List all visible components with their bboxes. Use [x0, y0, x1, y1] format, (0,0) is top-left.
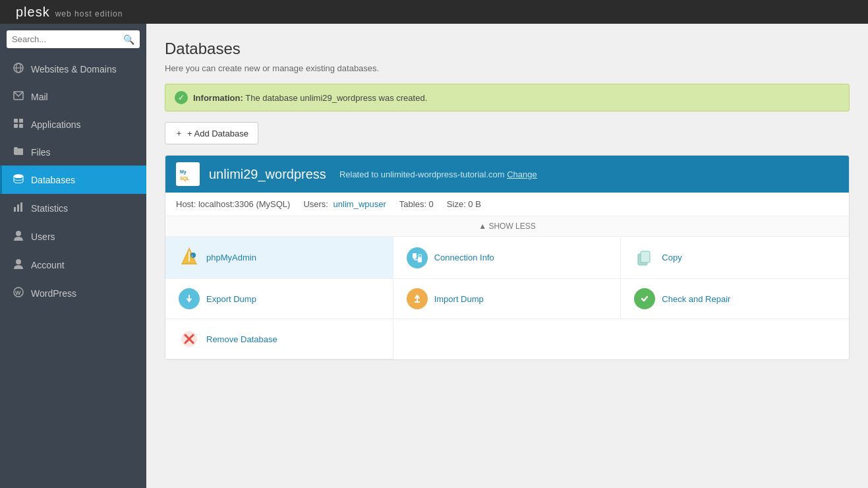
layout: 🔍 Websites & Domains Mail Applications	[0, 24, 868, 488]
database-related: Related to unlimited-wordpress-tutorial.…	[339, 169, 537, 179]
sidebar-item-statistics[interactable]: Statistics	[0, 194, 146, 222]
svg-text:W: W	[15, 290, 21, 296]
database-icon	[13, 173, 24, 186]
database-name: unlimi29_wordpress	[209, 167, 326, 182]
info-text: The database unlimi29_wordpress was crea…	[245, 93, 427, 103]
sidebar-item-files[interactable]: Files	[0, 138, 146, 166]
add-database-label: + Add Database	[187, 129, 248, 138]
svg-rect-4	[14, 119, 18, 123]
connection-info-icon: i	[407, 247, 428, 268]
info-banner: ✓ Information: The database unlimi29_wor…	[165, 84, 850, 111]
search-wrap: 🔍	[7, 30, 140, 48]
logo: pleskweb host edition	[11, 5, 123, 20]
action-remove-database[interactable]: Remove Database	[165, 319, 393, 359]
svg-point-12	[16, 231, 21, 236]
svg-rect-5	[19, 119, 23, 123]
sidebar-item-wordpress[interactable]: W WordPress	[0, 279, 146, 307]
svg-rect-6	[14, 124, 18, 128]
svg-rect-9	[14, 207, 16, 212]
check-repair-icon	[634, 288, 655, 309]
sidebar-item-label: Mail	[31, 92, 48, 102]
svg-rect-7	[19, 124, 23, 128]
change-link[interactable]: Change	[507, 169, 537, 179]
phpmyadmin-icon: i	[179, 246, 200, 269]
search-input[interactable]	[7, 30, 140, 48]
svg-text:SQL: SQL	[180, 176, 190, 181]
sidebar-item-label: Users	[31, 231, 55, 242]
sidebar-item-applications[interactable]: Applications	[0, 110, 146, 138]
sidebar-item-label: Account	[31, 260, 65, 270]
export-dump-label[interactable]: Export Dump	[206, 294, 256, 304]
add-database-button[interactable]: ＋ + Add Database	[165, 122, 258, 144]
import-dump-icon	[407, 288, 428, 309]
user-link[interactable]: unlim_wpuser	[333, 199, 386, 209]
actions-grid: i phpMyAdmin i Connection Info	[165, 237, 849, 359]
wp-icon: W	[13, 287, 24, 299]
database-card-header: My SQL unlimi29_wordpress Related to unl…	[165, 156, 849, 193]
sidebar-item-label: Websites & Domains	[31, 64, 117, 75]
sidebar-item-databases[interactable]: Databases	[0, 166, 146, 194]
export-dump-icon	[179, 288, 200, 309]
action-check-repair[interactable]: Check and Repair	[621, 279, 849, 319]
import-dump-label[interactable]: Import Dump	[434, 294, 484, 304]
info-bold: Information:	[193, 93, 243, 103]
sidebar-item-mail[interactable]: Mail	[0, 83, 146, 110]
database-info-row: Host: localhost:3306 (MySQL) Users: unli…	[165, 193, 849, 216]
bar-chart-icon	[13, 202, 24, 214]
svg-rect-32	[641, 251, 650, 262]
person-icon	[13, 230, 24, 243]
search-icon: 🔍	[123, 34, 134, 45]
tables-info: Tables: 0	[399, 199, 434, 209]
phpmyadmin-label[interactable]: phpMyAdmin	[206, 253, 256, 262]
database-card: My SQL unlimi29_wordpress Related to unl…	[165, 155, 850, 360]
sidebar-item-users[interactable]: Users	[0, 222, 146, 251]
size-info: Size: 0 B	[447, 199, 481, 209]
users-info: Users: unlim_wpuser	[303, 199, 386, 209]
action-import-dump[interactable]: Import Dump	[393, 279, 622, 319]
check-repair-label[interactable]: Check and Repair	[662, 294, 730, 304]
svg-point-13	[16, 259, 21, 264]
host-info: Host: localhost:3306 (MySQL)	[176, 199, 290, 209]
search-box: 🔍	[0, 24, 146, 55]
connection-info-label[interactable]: Connection Info	[434, 253, 494, 262]
svg-rect-11	[20, 202, 22, 212]
topbar: pleskweb host edition	[0, 0, 868, 24]
sidebar-item-label: Applications	[31, 119, 81, 130]
copy-label[interactable]: Copy	[662, 253, 681, 262]
sidebar-item-account[interactable]: Account	[0, 251, 146, 279]
sidebar-item-label: WordPress	[31, 288, 76, 299]
action-copy[interactable]: Copy	[621, 237, 849, 279]
main-content: Databases Here you can create new or man…	[146, 24, 868, 488]
globe-icon	[13, 63, 24, 75]
copy-icon	[634, 247, 655, 268]
action-export-dump[interactable]: Export Dump	[165, 279, 393, 319]
mysql-icon: My SQL	[176, 162, 200, 186]
sidebar-item-label: Files	[31, 147, 51, 158]
action-connection-info[interactable]: i Connection Info	[393, 237, 622, 279]
sidebar-item-label: Statistics	[31, 203, 68, 214]
folder-icon	[13, 146, 24, 158]
grid-icon	[13, 118, 24, 131]
mail-icon	[13, 91, 24, 102]
page-subtitle: Here you can create new or manage existi…	[165, 63, 850, 73]
check-icon: ✓	[175, 91, 188, 104]
action-phpmyadmin[interactable]: i phpMyAdmin	[165, 237, 393, 279]
account-icon	[13, 259, 24, 271]
show-less-button[interactable]: ▲ SHOW LESS	[165, 216, 849, 237]
sidebar-item-websites-domains[interactable]: Websites & Domains	[0, 55, 146, 83]
svg-rect-24	[413, 253, 417, 259]
remove-database-icon	[179, 328, 200, 350]
remove-database-label[interactable]: Remove Database	[206, 334, 277, 344]
svg-text:i: i	[419, 254, 419, 257]
page-title: Databases	[165, 40, 850, 58]
svg-text:My: My	[180, 169, 187, 175]
plus-icon: ＋	[175, 127, 183, 139]
sidebar-item-label: Databases	[31, 175, 75, 185]
svg-rect-16	[178, 164, 198, 184]
sidebar: 🔍 Websites & Domains Mail Applications	[0, 24, 146, 488]
svg-rect-10	[17, 204, 19, 212]
